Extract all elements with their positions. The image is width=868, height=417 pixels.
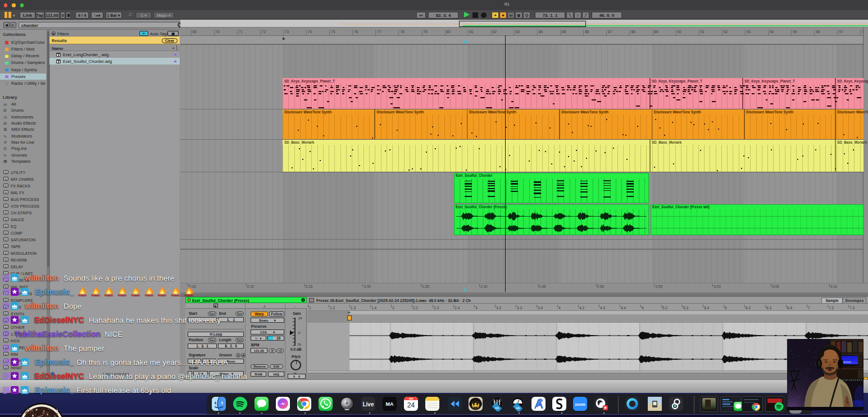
svg-text:24: 24 bbox=[407, 401, 415, 409]
svg-text:FUEGO: FUEGO bbox=[104, 294, 113, 297]
svg-text:FEB: FEB bbox=[409, 397, 413, 400]
svg-text:FUEGO: FUEGO bbox=[185, 294, 194, 297]
svg-text:MA: MA bbox=[386, 401, 394, 407]
svg-text:FUEGO: FUEGO bbox=[145, 294, 154, 297]
svg-text:UA: UA bbox=[516, 406, 520, 409]
svg-text:FUEGO: FUEGO bbox=[171, 294, 180, 297]
svg-text:FUEGO: FUEGO bbox=[131, 294, 140, 297]
svg-text:zoom: zoom bbox=[575, 402, 585, 406]
svg-text:FUEGO: FUEGO bbox=[78, 294, 87, 297]
svg-text:Live: Live bbox=[362, 401, 374, 407]
svg-text:FUEGO: FUEGO bbox=[92, 294, 101, 297]
svg-text:FUEGO: FUEGO bbox=[118, 294, 127, 297]
svg-text:UA: UA bbox=[495, 406, 499, 409]
svg-text:FUEGO: FUEGO bbox=[158, 294, 167, 297]
